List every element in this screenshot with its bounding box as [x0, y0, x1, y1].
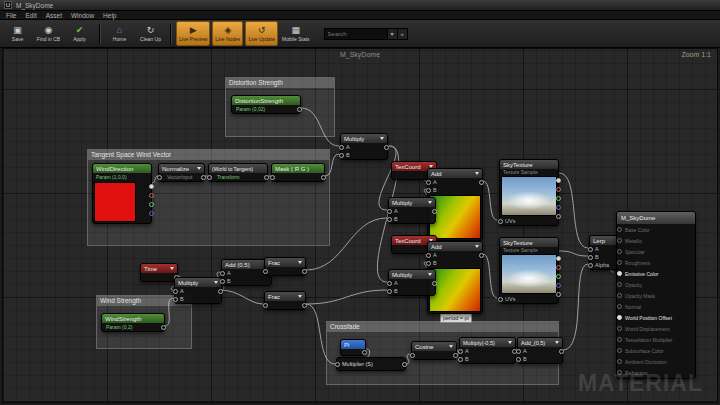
collapse-icon[interactable] — [449, 345, 453, 348]
input-pin[interactable] — [207, 175, 212, 180]
node-multiply-2[interactable]: Multiply A B — [388, 197, 436, 224]
node-distortion-strength-param[interactable]: DistortionStrength Param (0,02) — [231, 95, 301, 114]
input-pin-b[interactable] — [458, 357, 463, 362]
input-pin-a[interactable] — [220, 271, 225, 276]
input-pin-specular[interactable] — [617, 249, 622, 254]
live-nodes-toggle[interactable]: ◈ Live Nodes — [212, 21, 243, 46]
input-pin[interactable] — [263, 303, 268, 308]
input-pin-a[interactable] — [173, 289, 178, 294]
node-world-to-tangent-transform[interactable]: (World to Tangent) Transform — [208, 163, 268, 182]
input-pin[interactable] — [157, 175, 162, 180]
collapse-icon[interactable] — [197, 167, 201, 170]
input-pin[interactable] — [263, 269, 268, 274]
output-pin[interactable] — [479, 253, 484, 258]
output-pin-g[interactable] — [556, 196, 561, 201]
collapse-icon[interactable] — [555, 341, 559, 344]
clean-up-button[interactable]: ↻ Clean Up — [136, 21, 165, 46]
output-pin[interactable] — [362, 350, 367, 355]
menu-window[interactable]: Window — [71, 12, 94, 19]
output-pin[interactable] — [218, 289, 223, 294]
input-pin-b[interactable] — [387, 217, 392, 222]
node-wind-strength-param[interactable]: WindStrength Param (0,2) — [101, 313, 165, 332]
menu-file[interactable]: File — [6, 12, 16, 19]
input-pin-a[interactable] — [387, 209, 392, 214]
collapse-icon[interactable] — [475, 245, 479, 248]
node-normalize[interactable]: Normalize VectorInput — [158, 163, 205, 182]
node-multiply-1[interactable]: Multiply A B — [340, 133, 388, 160]
node-multiply-neg-05[interactable]: Multiply(-0,5) A B — [459, 337, 516, 364]
input-pin-b[interactable] — [588, 255, 593, 260]
output-pin-b[interactable] — [149, 211, 154, 216]
input-pin-base-color[interactable] — [617, 227, 622, 232]
input-pin-uvs[interactable] — [498, 219, 503, 224]
output-pin-rgb[interactable] — [149, 184, 154, 189]
input-pin[interactable] — [410, 353, 415, 358]
output-pin[interactable] — [559, 349, 564, 354]
input-pin-ambient-occlusion[interactable] — [617, 359, 622, 364]
node-frac-1[interactable]: Frac — [264, 257, 306, 276]
input-pin-world-displacement[interactable] — [617, 326, 622, 331]
node-cosine[interactable]: Cosine — [411, 341, 457, 360]
output-pin[interactable] — [432, 209, 437, 214]
collapse-icon[interactable] — [428, 201, 432, 204]
input-pin-roughness[interactable] — [617, 260, 622, 265]
output-pin-r[interactable] — [149, 193, 154, 198]
node-mask-rg[interactable]: Mask ( R G ) — [271, 163, 325, 182]
node-multiply-3[interactable]: Multiply A B — [388, 269, 436, 296]
input-pin-a[interactable] — [426, 253, 431, 258]
node-frac-2[interactable]: Frac — [264, 291, 306, 310]
input-pin-opacity-mask[interactable] — [617, 293, 622, 298]
input-pin-b[interactable] — [426, 261, 431, 266]
output-pin-rgb[interactable] — [556, 256, 561, 261]
search-dropdown-icon[interactable]: ▾ — [387, 29, 397, 39]
output-pin-r[interactable] — [556, 187, 561, 192]
input-pin-a[interactable] — [458, 349, 463, 354]
input-pin-subsurface-color[interactable] — [617, 348, 622, 353]
node-multiplier-s[interactable]: Multiplier (S) — [336, 357, 406, 371]
find-in-cb-button[interactable]: ◉ Find in CB — [34, 21, 63, 46]
graph-canvas[interactable]: M_SkyDome Zoom 1:1 — [2, 48, 718, 403]
collapse-icon[interactable] — [475, 172, 479, 175]
output-pin[interactable] — [201, 175, 206, 180]
input-pin-metallic[interactable] — [617, 238, 622, 243]
collapse-icon[interactable] — [170, 267, 174, 270]
apply-button[interactable]: ✔ Apply — [65, 21, 94, 46]
input-pin-uvs[interactable] — [498, 297, 503, 302]
input-pin-b[interactable] — [426, 188, 431, 193]
input-pin-tessellation-multiplier[interactable] — [617, 337, 622, 342]
collapse-icon[interactable] — [298, 295, 302, 298]
output-pin-rgb[interactable] — [556, 178, 561, 183]
input-pin-normal[interactable] — [617, 304, 622, 309]
output-pin-b[interactable] — [556, 205, 561, 210]
collapse-icon[interactable] — [508, 341, 512, 344]
collapse-icon[interactable] — [214, 281, 218, 284]
collapse-icon[interactable] — [428, 273, 432, 276]
search-go-icon[interactable]: » — [397, 29, 407, 39]
output-pin-g[interactable] — [556, 274, 561, 279]
node-pi[interactable]: Pi — [340, 339, 366, 356]
output-pin[interactable] — [302, 303, 307, 308]
output-pin[interactable] — [402, 362, 407, 367]
output-pin-g[interactable] — [149, 202, 154, 207]
input-pin-world-position-offset[interactable] — [617, 315, 622, 320]
input-pin-b[interactable] — [339, 153, 344, 158]
input-pin-b[interactable] — [387, 289, 392, 294]
menu-edit[interactable]: Edit — [25, 12, 36, 19]
input-pin-a[interactable] — [516, 349, 521, 354]
input-pin-emissive-color[interactable] — [617, 271, 622, 276]
node-sky-texture-2[interactable]: SkyTexture Texture Sample UVs — [499, 237, 559, 304]
output-pin-r[interactable] — [556, 265, 561, 270]
live-preview-toggle[interactable]: ▶ Live Preview — [176, 21, 210, 46]
input-pin-b[interactable] — [516, 357, 521, 362]
input-pin-alpha[interactable] — [588, 263, 593, 268]
output-pin[interactable] — [302, 269, 307, 274]
output-pin[interactable] — [384, 145, 389, 150]
output-pin[interactable] — [453, 353, 458, 358]
node-add-05-b[interactable]: Add_(0,5) A B — [517, 337, 563, 364]
input-pin-a[interactable] — [588, 247, 593, 252]
output-pin-b[interactable] — [556, 283, 561, 288]
collapse-icon[interactable] — [298, 261, 302, 264]
menu-help[interactable]: Help — [103, 12, 116, 19]
input-pin-b[interactable] — [220, 279, 225, 284]
input-pin-opacity[interactable] — [617, 282, 622, 287]
